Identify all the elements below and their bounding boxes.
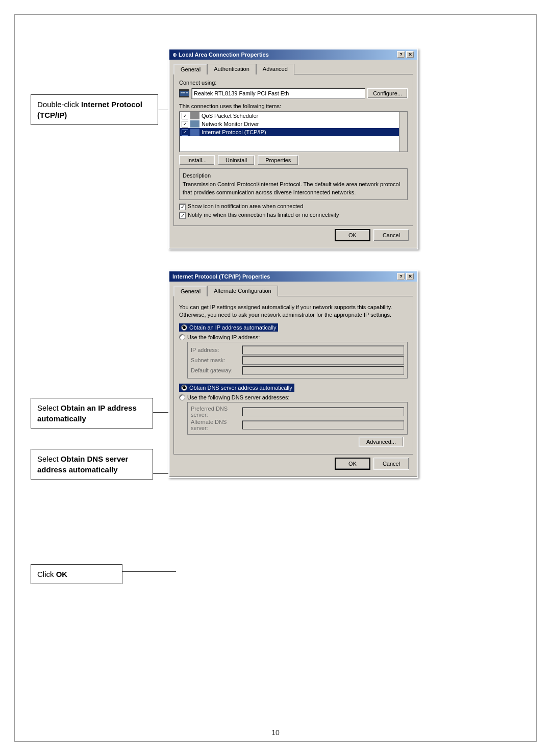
svg-rect-2 xyxy=(183,92,185,93)
subnet-row: Subnet mask: xyxy=(191,356,404,365)
tab2-general[interactable]: General xyxy=(173,286,207,296)
page-border-bottom xyxy=(14,741,537,742)
dialog2-info-text: You can get IP settings assigned automat… xyxy=(179,304,408,319)
tab-authentication[interactable]: Authentication xyxy=(207,64,256,74)
monitor-checkbox[interactable]: ✓ xyxy=(182,121,188,128)
manual-ip-radio[interactable] xyxy=(179,334,185,340)
properties-button[interactable]: Properties xyxy=(258,155,298,165)
obtain-ip-radio-row[interactable]: Obtain an IP address automatically xyxy=(179,323,278,332)
list-item-qos[interactable]: ✓ QoS Packet Scheduler xyxy=(180,112,407,120)
monitor-label: Network Monitor Driver xyxy=(202,121,259,127)
notify-label: Notify me when this connection has limit… xyxy=(188,212,339,218)
obtain-dns-radio-row[interactable]: Obtain DNS server address automatically xyxy=(179,384,294,392)
dialog-tcpip-properties: Internet Protocol (TCP/IP) Properties ? … xyxy=(168,270,418,478)
manual-ip-radio-row: Use the following IP address: xyxy=(179,334,408,340)
connection-items-label: This connection uses the following items… xyxy=(179,103,408,109)
dialog2-help-btn[interactable]: ? xyxy=(397,273,405,280)
subnet-label: Subnet mask: xyxy=(191,357,242,363)
tab-general[interactable]: General xyxy=(173,64,207,74)
dns-fields-group: Preferred DNS server: Alternate DNS serv… xyxy=(187,402,408,435)
gateway-row: Default gateway: xyxy=(191,366,404,375)
subnet-input[interactable] xyxy=(242,356,404,365)
instruction2-pre: Select xyxy=(37,404,61,412)
preferred-dns-input[interactable] xyxy=(242,407,404,416)
dialog2-titlebar: Internet Protocol (TCP/IP) Properties ? … xyxy=(169,271,417,282)
configure-button[interactable]: Configure... xyxy=(367,88,408,98)
dialog2-bottom-buttons: OK Cancel xyxy=(173,455,413,473)
tab2-alternate[interactable]: Alternate Configuration xyxy=(207,286,278,296)
show-icon-checkbox-row: ✓ Show icon in notification area when co… xyxy=(179,203,408,210)
network-items-list: ✓ QoS Packet Scheduler ✓ Network Monitor… xyxy=(179,111,408,152)
list-scrollbar[interactable] xyxy=(399,112,407,152)
tcpip-icon xyxy=(190,129,199,136)
dialog2-tab-content: You can get IP settings assigned automat… xyxy=(173,296,413,455)
obtain-ip-radio[interactable] xyxy=(181,324,187,331)
notify-checkbox[interactable]: ✓ xyxy=(179,212,186,219)
dialog1-titlebar-buttons: ? ✕ xyxy=(397,51,414,58)
page-border-top xyxy=(14,14,537,15)
device-row: Realtek RTL8139 Family PCI Fast Eth Conf… xyxy=(179,88,408,99)
ip-address-input[interactable] xyxy=(242,345,404,355)
connector-line-4 xyxy=(122,571,176,572)
advanced-button[interactable]: Advanced... xyxy=(359,437,404,447)
alternate-dns-row: Alternate DNS server: xyxy=(191,419,404,431)
alternate-dns-label: Alternate DNS server: xyxy=(191,419,242,431)
dialog1-title: Local Area Connection Properties xyxy=(179,52,269,58)
show-icon-label: Show icon in notification area when conn… xyxy=(188,203,303,209)
dialog1-bottom-buttons: OK Cancel xyxy=(173,226,413,244)
ip-address-row: IP address: xyxy=(191,345,404,355)
manual-dns-label: Use the following DNS server addresses: xyxy=(187,394,290,400)
dialog2-close-btn[interactable]: ✕ xyxy=(406,273,414,280)
svg-rect-3 xyxy=(186,92,188,93)
ip-address-label: IP address: xyxy=(191,347,242,353)
uninstall-button[interactable]: Uninstall xyxy=(218,155,255,165)
ip-fields-group: IP address: Subnet mask: Default gateway… xyxy=(187,342,408,379)
qos-checkbox[interactable]: ✓ xyxy=(182,113,188,119)
manual-ip-label: Use the following IP address: xyxy=(187,334,260,340)
list-item-monitor[interactable]: ✓ Network Monitor Driver xyxy=(180,120,407,128)
instruction4-pre: Click xyxy=(37,570,56,578)
dialog1-tab-content: Connect using: Realtek RTL8139 Family PC… xyxy=(173,74,413,226)
dialog1-icon: ⊕ xyxy=(172,52,177,58)
monitor-icon xyxy=(190,120,199,128)
dialog-local-area-connection: ⊕ Local Area Connection Properties ? ✕ G… xyxy=(168,48,418,249)
dialog1-close-btn[interactable]: ✕ xyxy=(406,51,414,58)
dialog2-tabs: General Alternate Configuration xyxy=(173,286,413,296)
tcpip-checkbox[interactable]: ✓ xyxy=(182,129,188,136)
preferred-dns-row: Preferred DNS server: xyxy=(191,406,404,418)
instruction-click-ok: Click OK xyxy=(31,564,122,584)
dialog2-title: Internet Protocol (TCP/IP) Properties xyxy=(172,273,270,280)
dialog2-ok-button[interactable]: OK xyxy=(335,458,370,470)
dialog1-body: General Authentication Advanced Connect … xyxy=(169,60,417,248)
description-label: Description xyxy=(183,172,404,180)
page-border-left xyxy=(14,14,15,742)
description-box: Description Transmission Control Protoco… xyxy=(179,168,408,200)
obtain-dns-radio[interactable] xyxy=(181,385,187,391)
dialog1-ok-button[interactable]: OK xyxy=(335,229,370,241)
page-border-right xyxy=(536,14,537,742)
gateway-label: Default gateway: xyxy=(191,367,242,373)
preferred-dns-label: Preferred DNS server: xyxy=(191,406,242,418)
alternate-dns-input[interactable] xyxy=(242,420,404,430)
instruction-obtain-ip: Select Obtain an IP address automaticall… xyxy=(31,398,153,429)
qos-icon xyxy=(190,112,199,119)
list-item-tcpip[interactable]: ✓ Internet Protocol (TCP/IP) xyxy=(180,128,407,136)
show-icon-checkbox[interactable]: ✓ xyxy=(179,204,186,210)
manual-dns-radio[interactable] xyxy=(179,394,185,400)
tcpip-label: Internet Protocol (TCP/IP) xyxy=(202,129,266,135)
install-button[interactable]: Install... xyxy=(179,155,215,165)
obtain-dns-label: Obtain DNS server address automatically xyxy=(189,385,292,391)
manual-dns-radio-row: Use the following DNS server addresses: xyxy=(179,394,408,400)
device-name-field: Realtek RTL8139 Family PCI Fast Eth xyxy=(191,88,365,99)
tab-advanced[interactable]: Advanced xyxy=(256,64,294,74)
obtain-ip-label: Obtain an IP address automatically xyxy=(189,324,276,331)
dialog2-cancel-button[interactable]: Cancel xyxy=(373,458,409,470)
instruction3-pre: Select xyxy=(37,455,61,463)
dialog1-cancel-button[interactable]: Cancel xyxy=(373,229,409,241)
dialog1-help-btn[interactable]: ? xyxy=(397,51,405,58)
gateway-input[interactable] xyxy=(242,366,404,375)
instruction1-pre: Double-click xyxy=(37,100,81,109)
dialog2-body: General Alternate Configuration You can … xyxy=(169,282,417,477)
instruction4-bold: OK xyxy=(56,570,68,578)
network-buttons-row: Install... Uninstall Properties xyxy=(179,155,408,165)
